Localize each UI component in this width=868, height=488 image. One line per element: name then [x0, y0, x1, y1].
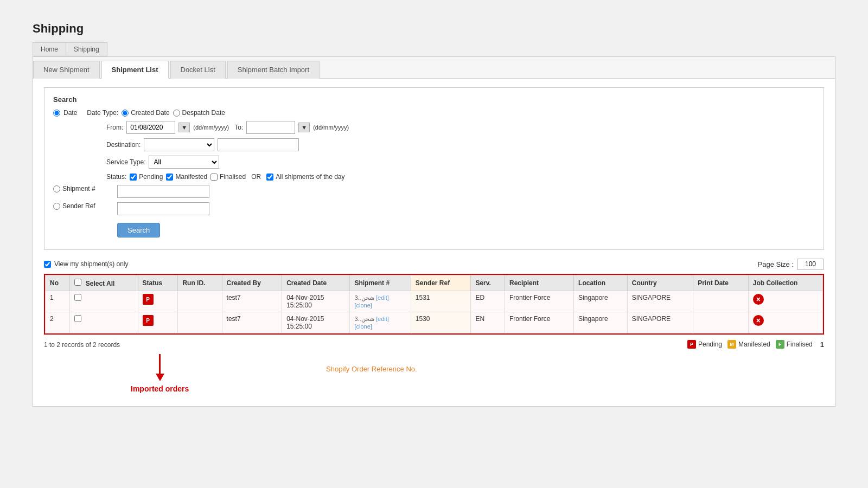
edit-link-2[interactable]: [edit]	[376, 316, 389, 322]
manifested-checkbox[interactable]	[166, 174, 173, 181]
col-print-date: Print Date	[693, 275, 748, 291]
shipment-table: No Select All Status Run ID. Created By …	[45, 275, 823, 333]
legend-pagination: P Pending M Manifested F Finalised 1	[687, 340, 824, 349]
from-label: From:	[106, 124, 123, 131]
to-date-input[interactable]	[246, 121, 295, 134]
shipment-hash-input[interactable]	[117, 185, 209, 198]
col-recipient: Recipient	[505, 275, 573, 291]
table-header-row: No Select All Status Run ID. Created By …	[46, 275, 823, 291]
cell-checkbox-1[interactable]	[70, 291, 138, 312]
search-row-status: Status: Pending Manifested Finalised	[53, 173, 815, 181]
tabs-bar: New Shipment Shipment List Docket List S…	[33, 57, 835, 79]
content-area: Search Date Date Type: Created Date	[33, 79, 835, 406]
cell-status-1: P	[138, 291, 178, 312]
cell-country-2: SINGAPORE	[627, 312, 693, 333]
search-row-sender-ref: Sender Ref	[53, 202, 815, 215]
breadcrumb-home[interactable]: Home	[33, 42, 66, 56]
search-button[interactable]: Search	[117, 223, 160, 237]
all-shipments-text: All shipments of the day	[276, 173, 344, 181]
service-type-select[interactable]: All	[149, 156, 219, 169]
search-row-from-to: From: ▼ (dd/mm/yyyy) To: ▼ (dd/mm/yyyy)	[53, 121, 815, 134]
v-icon-from[interactable]: ▼	[178, 123, 190, 132]
cell-location-1: Singapore	[574, 291, 628, 312]
col-created-by: Created By	[222, 275, 282, 291]
cell-print-date-2	[693, 312, 748, 333]
tab-shipment-list[interactable]: Shipment List	[101, 61, 169, 79]
row-checkbox-1[interactable]	[74, 294, 81, 301]
cell-serv-1: ED	[471, 291, 505, 312]
cell-location-2: Singapore	[574, 312, 628, 333]
radio-shipment[interactable]	[53, 185, 60, 192]
cell-runid-2	[178, 312, 222, 333]
legend-manifested-icon: M	[727, 340, 736, 349]
radio-sender-ref[interactable]	[53, 203, 60, 210]
pending-checkbox[interactable]	[130, 174, 137, 181]
service-type-label: Service Type:	[106, 158, 145, 166]
or-label: OR	[251, 173, 261, 181]
arrow-line	[159, 354, 161, 374]
view-my-shipments-checkbox[interactable]	[44, 261, 51, 268]
col-shipment-hash: Shipment #	[350, 275, 411, 291]
search-row-button: Search	[53, 220, 815, 237]
date-type-label: Date Type:	[87, 109, 118, 117]
delete-button-2[interactable]: ×	[753, 315, 764, 326]
table-footer: 1 to 2 records of 2 records P Pending M …	[44, 340, 824, 349]
tab-new-shipment[interactable]: New Shipment	[33, 61, 100, 79]
view-my-row: View my shipment(s) only Page Size :	[44, 259, 824, 269]
tab-shipment-batch-import[interactable]: Shipment Batch Import	[227, 61, 320, 79]
from-date-input[interactable]	[126, 121, 175, 134]
radio-created-date-label[interactable]: Created Date	[122, 109, 169, 117]
cell-created-date-2: 04-Nov-2015 15:25:00	[282, 312, 350, 333]
v-icon-to[interactable]: ▼	[298, 123, 310, 132]
radio-despatch-date[interactable]	[173, 110, 180, 117]
finalised-checkbox[interactable]	[210, 174, 218, 181]
finalised-checkbox-label[interactable]: Finalised	[210, 173, 246, 181]
legend-pending: P Pending	[687, 340, 722, 349]
radio-created-date[interactable]	[122, 110, 129, 117]
cell-serv-2: EN	[471, 312, 505, 333]
sender-ref-input[interactable]	[117, 202, 209, 215]
col-created-date: Created Date	[282, 275, 350, 291]
clone-link-2[interactable]: [clone]	[354, 323, 372, 330]
legend-pending-label: Pending	[698, 341, 722, 348]
legend: P Pending M Manifested F Finalised	[687, 340, 813, 349]
shopify-ref-label: Shopify Order Reference No.	[326, 365, 417, 373]
search-row-service-type: Service Type: All	[53, 156, 815, 169]
search-box: Search Date Date Type: Created Date	[44, 87, 824, 250]
clone-link-1[interactable]: [clone]	[354, 302, 372, 309]
breadcrumb-shipping[interactable]: Shipping	[66, 42, 107, 56]
pending-checkbox-label[interactable]: Pending	[130, 173, 163, 181]
destination-text-input[interactable]	[218, 138, 299, 151]
cell-runid-1	[178, 291, 222, 312]
select-all-checkbox[interactable]	[74, 279, 81, 286]
destination-select[interactable]	[144, 138, 214, 151]
radio-shipment-label[interactable]: Shipment #	[53, 185, 113, 192]
radio-date[interactable]	[53, 110, 60, 117]
radio-sender-ref-label[interactable]: Sender Ref	[53, 202, 113, 210]
tab-docket-list[interactable]: Docket List	[170, 61, 226, 79]
all-shipments-checkbox[interactable]	[266, 174, 273, 181]
cell-created-by-2: test7	[222, 312, 282, 333]
col-location: Location	[574, 275, 628, 291]
from-format-label: (dd/mm/yyyy)	[193, 124, 229, 131]
radio-despatch-date-label[interactable]: Despatch Date	[173, 109, 225, 117]
delete-button-1[interactable]: ×	[753, 294, 764, 305]
pagination-number[interactable]: 1	[820, 341, 824, 349]
manifested-checkbox-label[interactable]: Manifested	[166, 173, 207, 181]
cell-job-collection-2[interactable]: ×	[748, 312, 822, 333]
table-row: 2 P test7 04-Nov-2015 15:25:00 شح	[46, 312, 823, 333]
shipment-ref-2: شحن..3	[354, 316, 374, 322]
view-my-shipments-label[interactable]: View my shipment(s) only	[44, 260, 129, 268]
cell-shipment-hash-2: شحن..3 [edit] [clone]	[350, 312, 411, 333]
edit-link-1[interactable]: [edit]	[376, 294, 389, 301]
cell-checkbox-2[interactable]	[70, 312, 138, 333]
status-controls: Status: Pending Manifested Finalised	[106, 173, 345, 181]
cell-job-collection-1[interactable]: ×	[748, 291, 822, 312]
cell-created-by-1: test7	[222, 291, 282, 312]
col-select-all[interactable]: Select All	[70, 275, 138, 291]
row-checkbox-2[interactable]	[74, 315, 81, 322]
all-shipments-label[interactable]: All shipments of the day	[266, 173, 344, 181]
legend-pending-icon: P	[687, 340, 696, 349]
page-size-input[interactable]	[797, 259, 824, 269]
cell-recipient-2: Frontier Force	[505, 312, 573, 333]
